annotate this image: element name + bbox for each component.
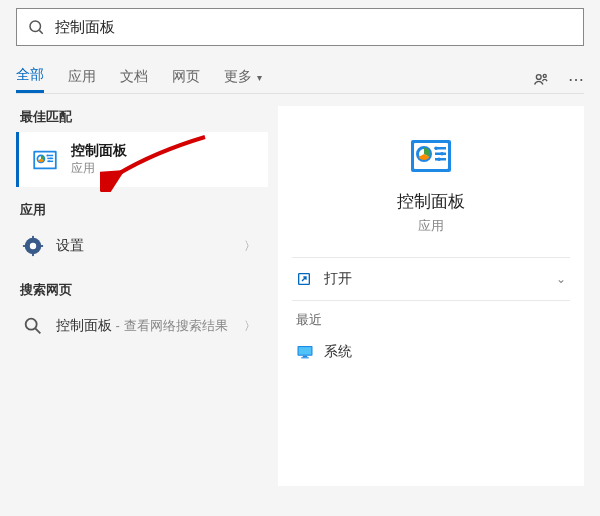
tab-documents[interactable]: 文档 bbox=[120, 68, 148, 92]
account-icon[interactable] bbox=[532, 71, 550, 89]
best-match-subtitle: 应用 bbox=[71, 160, 127, 177]
best-match-item[interactable]: 控制面板 应用 bbox=[16, 132, 268, 187]
svg-point-27 bbox=[434, 146, 438, 150]
svg-point-11 bbox=[50, 157, 52, 159]
search-icon bbox=[27, 18, 45, 36]
tab-apps[interactable]: 应用 bbox=[68, 68, 96, 92]
recent-item-system[interactable]: 系统 bbox=[292, 335, 570, 369]
detail-title: 控制面板 bbox=[292, 190, 570, 213]
tab-all[interactable]: 全部 bbox=[16, 66, 44, 93]
section-best-match: 最佳匹配 bbox=[20, 108, 268, 126]
svg-rect-18 bbox=[39, 245, 43, 247]
more-options-icon[interactable]: ⋯ bbox=[568, 70, 584, 89]
gear-icon bbox=[22, 235, 44, 257]
svg-point-14 bbox=[30, 243, 36, 249]
detail-panel: 控制面板 应用 打开 ⌄ 最近 系统 bbox=[278, 106, 584, 486]
svg-point-28 bbox=[440, 152, 444, 156]
svg-point-2 bbox=[536, 74, 541, 79]
app-item-settings[interactable]: 设置 〉 bbox=[16, 225, 268, 267]
tab-web[interactable]: 网页 bbox=[172, 68, 200, 92]
control-panel-icon bbox=[407, 132, 455, 180]
monitor-icon bbox=[296, 344, 314, 360]
svg-point-12 bbox=[48, 160, 50, 162]
chevron-down-icon: ▾ bbox=[254, 72, 262, 83]
svg-point-29 bbox=[437, 157, 441, 161]
svg-rect-32 bbox=[299, 347, 312, 355]
chevron-down-icon[interactable]: ⌄ bbox=[556, 272, 566, 286]
tab-more[interactable]: 更多 ▾ bbox=[224, 68, 262, 92]
search-icon bbox=[22, 315, 44, 337]
svg-rect-17 bbox=[23, 245, 27, 247]
svg-point-10 bbox=[46, 154, 48, 156]
control-panel-icon bbox=[31, 146, 59, 174]
detail-subtitle: 应用 bbox=[292, 217, 570, 235]
svg-point-0 bbox=[30, 21, 41, 32]
search-input[interactable] bbox=[55, 19, 573, 36]
svg-rect-33 bbox=[303, 356, 308, 358]
chevron-right-icon: 〉 bbox=[244, 238, 256, 255]
section-apps: 应用 bbox=[20, 201, 268, 219]
chevron-right-icon: 〉 bbox=[244, 318, 256, 335]
best-match-title: 控制面板 bbox=[71, 142, 127, 160]
svg-rect-15 bbox=[32, 236, 34, 240]
search-bar[interactable] bbox=[16, 8, 584, 46]
svg-point-3 bbox=[543, 74, 546, 77]
app-item-label: 设置 bbox=[56, 237, 244, 255]
results-column: 最佳匹配 控制面板 应用 应用 设置 〉 搜索网页 控制面板 - 查看网络搜索结… bbox=[16, 94, 278, 486]
svg-point-19 bbox=[26, 319, 37, 330]
svg-rect-16 bbox=[32, 252, 34, 256]
section-web-search: 搜索网页 bbox=[20, 281, 268, 299]
tabs-bar: 全部 应用 文档 网页 更多 ▾ ⋯ bbox=[0, 46, 600, 93]
recent-item-label: 系统 bbox=[324, 343, 352, 361]
web-search-item[interactable]: 控制面板 - 查看网络搜索结果 〉 bbox=[16, 305, 268, 347]
svg-line-1 bbox=[39, 30, 42, 33]
open-action[interactable]: 打开 ⌄ bbox=[292, 258, 570, 300]
open-icon bbox=[296, 271, 312, 287]
recent-label: 最近 bbox=[292, 301, 570, 335]
web-item-label: 控制面板 - 查看网络搜索结果 bbox=[56, 317, 244, 335]
svg-rect-34 bbox=[301, 357, 309, 358]
open-label: 打开 bbox=[324, 270, 352, 288]
svg-line-20 bbox=[35, 328, 40, 333]
